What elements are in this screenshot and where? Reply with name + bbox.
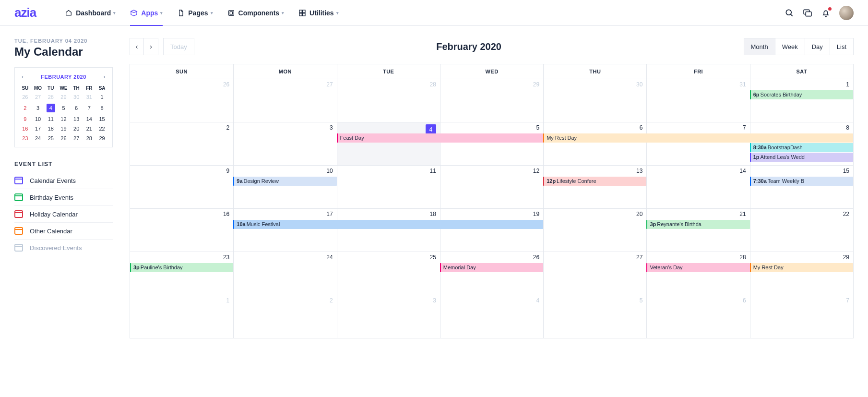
minical-day[interactable]: 7 [83,102,96,114]
calendar-day-cell[interactable]: 1 [750,79,853,122]
chat-icon[interactable] [803,8,812,18]
calendar-event[interactable]: 12pLifestyle Confere [543,177,646,186]
minical-day[interactable]: 24 [32,133,45,143]
calendar-day-cell[interactable]: 6 [543,122,646,165]
minical-day[interactable]: 6 [70,102,83,114]
calendar-event[interactable]: Memorial Day [440,263,543,272]
nav-item-pages[interactable]: Pages▾ [177,0,213,25]
eventlist-item[interactable]: Discovered Events [14,240,113,256]
calendar-day-cell[interactable]: 29 [750,252,853,295]
view-day-button[interactable]: Day [805,38,830,55]
calendar-day-cell[interactable]: 7 [646,122,749,165]
calendar-event[interactable]: My Rest Day [543,133,853,143]
calendar-day-cell[interactable]: 21 [646,208,749,252]
calendar-event[interactable]: My Rest Day [750,263,853,272]
calendar-day-cell[interactable]: 11 [337,165,440,208]
calendar-day-cell[interactable]: 3 [233,122,336,165]
eventlist-item[interactable]: Calendar Events [14,172,113,189]
minical-day[interactable]: 26 [19,92,32,102]
calendar-day-cell[interactable]: 2 [233,295,336,338]
calendar-day-cell[interactable]: 5 [543,295,646,338]
calendar-day-cell[interactable]: 23 [130,252,233,295]
minical-day[interactable]: 9 [19,114,32,124]
calendar-day-cell[interactable]: 14 [646,165,749,208]
minical-day[interactable]: 25 [44,133,57,143]
calendar-day-cell[interactable]: 26 [440,252,543,295]
view-month-button[interactable]: Month [744,38,775,55]
calendar-event[interactable]: Veteran's Day [646,263,749,272]
minical-day[interactable]: 15 [95,114,108,124]
calendar-event[interactable]: 1pAttend Lea's Wedd [750,153,853,162]
minical-day[interactable]: 30 [70,92,83,102]
calendar-day-cell[interactable]: 31 [646,79,749,122]
calendar-day-cell[interactable]: 4 [337,122,440,165]
calendar-day-cell[interactable]: 4 [440,295,543,338]
calendar-day-cell[interactable]: 18 [337,208,440,252]
calendar-day-cell[interactable]: 22 [750,208,853,252]
calendar-day-cell[interactable]: 6 [646,295,749,338]
minical-day[interactable]: 13 [70,114,83,124]
calendar-day-cell[interactable]: 30 [543,79,646,122]
minical-prev[interactable]: ‹ [20,72,26,81]
cal-prev-button[interactable]: ‹ [130,38,144,55]
calendar-day-cell[interactable]: 29 [440,79,543,122]
calendar-day-cell[interactable]: 28 [646,252,749,295]
minical-day[interactable]: 27 [32,92,45,102]
calendar-day-cell[interactable]: 27 [543,252,646,295]
minical-day[interactable]: 5 [57,102,70,114]
minical-day[interactable]: 26 [57,133,70,143]
calendar-event[interactable]: 7:30aTeam Weekly B [750,177,853,186]
minical-day[interactable]: 22 [95,124,108,133]
minical-day[interactable]: 18 [44,124,57,133]
nav-item-components[interactable]: Components▾ [227,0,285,25]
minical-day[interactable]: 27 [70,133,83,143]
minical-day[interactable]: 8 [95,102,108,114]
minical-day[interactable]: 28 [44,92,57,102]
brand-logo[interactable]: azia [14,5,36,20]
calendar-day-cell[interactable]: 27 [233,79,336,122]
today-button[interactable]: Today [163,38,194,55]
minical-day[interactable]: 23 [19,133,32,143]
calendar-day-cell[interactable]: 19 [440,208,543,252]
calendar-day-cell[interactable]: 12 [440,165,543,208]
calendar-event[interactable]: 10aMusic Festival [233,220,543,229]
calendar-event[interactable]: 3pPauline's Birthday [130,263,233,272]
calendar-event[interactable]: 9aDesign Review [233,177,336,186]
calendar-event[interactable]: 8:30aBootstrapDash [750,143,853,152]
avatar[interactable] [839,6,854,20]
minical-day[interactable]: 2 [19,102,32,114]
minical-day[interactable]: 10 [32,114,45,124]
nav-item-dashboard[interactable]: Dashboard▾ [65,0,116,25]
calendar-day-cell[interactable]: 20 [543,208,646,252]
calendar-day-cell[interactable]: 24 [233,252,336,295]
minical-day[interactable]: 31 [83,92,96,102]
minical-day[interactable]: 17 [32,124,45,133]
calendar-day-cell[interactable]: 1 [130,295,233,338]
calendar-day-cell[interactable]: 13 [543,165,646,208]
minical-day[interactable]: 19 [57,124,70,133]
minical-day[interactable]: 3 [32,102,45,114]
minical-day[interactable]: 12 [57,114,70,124]
minical-day[interactable]: 16 [19,124,32,133]
calendar-day-cell[interactable]: 16 [130,208,233,252]
minical-day[interactable]: 14 [83,114,96,124]
calendar-day-cell[interactable]: 9 [130,165,233,208]
minical-day[interactable]: 29 [95,133,108,143]
view-list-button[interactable]: List [830,38,854,55]
minical-day[interactable]: 28 [83,133,96,143]
calendar-day-cell[interactable]: 26 [130,79,233,122]
calendar-day-cell[interactable]: 15 [750,165,853,208]
minical-day[interactable]: 11 [44,114,57,124]
search-icon[interactable] [785,8,794,18]
minical-day[interactable]: 4 [44,102,57,114]
calendar-event[interactable]: 6pSocrates Birthday [750,90,853,99]
minical-next[interactable]: › [101,72,107,81]
nav-item-utilities[interactable]: Utilities▾ [298,0,339,25]
calendar-day-cell[interactable]: 25 [337,252,440,295]
calendar-day-cell[interactable]: 2 [130,122,233,165]
bell-icon[interactable] [821,8,831,18]
calendar-day-cell[interactable]: 10 [233,165,336,208]
eventlist-item[interactable]: Holiday Calendar [14,206,113,223]
calendar-event[interactable]: Feast Day [337,133,544,143]
calendar-day-cell[interactable]: 7 [750,295,853,338]
